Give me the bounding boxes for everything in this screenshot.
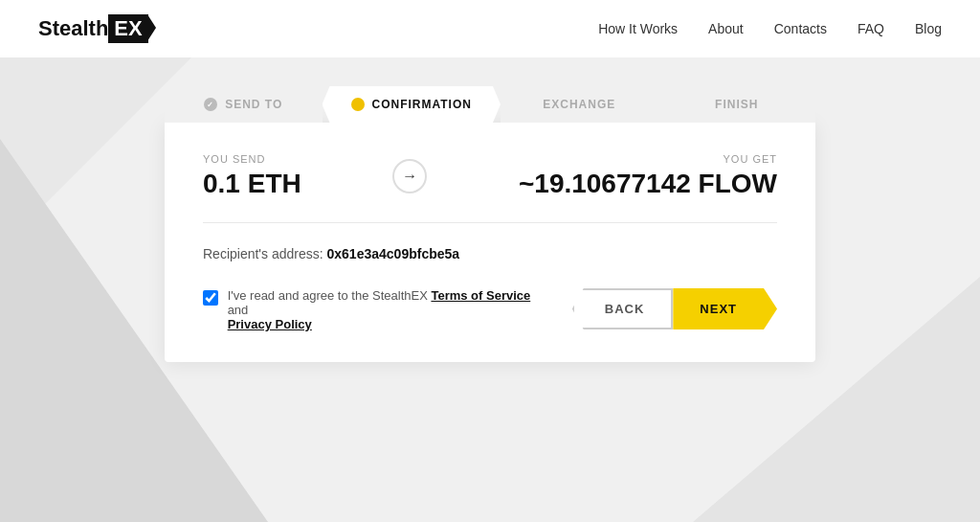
logo[interactable]: StealthEX — [38, 14, 148, 43]
you-send-label: YOU SEND — [203, 153, 265, 165]
step-finish: FINISH — [657, 86, 815, 123]
nav-blog[interactable]: Blog — [915, 21, 942, 36]
terms-of-service-link[interactable]: Terms of Service — [431, 288, 530, 303]
step-exchange: EXCHANGE — [501, 86, 658, 123]
confirmation-card: YOU SEND 0.1 ETH → YOU GET ~19.10677142 … — [165, 123, 815, 362]
you-get-amount: ~19.10677142 FLOW — [519, 169, 777, 199]
agreement-middle: and — [228, 303, 249, 317]
recipient-address: 0x61e3a4c09bfcbe5a — [327, 246, 460, 261]
check-icon: ✓ — [204, 98, 217, 111]
nav-contacts[interactable]: Contacts — [774, 21, 827, 36]
navigation: How It Works About Contacts FAQ Blog — [598, 21, 942, 36]
main-content: ✓ SEND TO CONFIRMATION EXCHANGE FINISH Y… — [0, 57, 980, 362]
nav-how-it-works[interactable]: How It Works — [598, 21, 678, 36]
terms-checkbox[interactable] — [203, 290, 218, 306]
agreement-before: I've read and agree to the StealthEX — [228, 288, 432, 303]
step-send-to-label: SEND TO — [225, 98, 282, 111]
step-confirmation-label: CONFIRMATION — [372, 98, 472, 111]
agreement-section: I've read and agree to the StealthEX Ter… — [203, 288, 547, 331]
exchange-row: YOU SEND 0.1 ETH → YOU GET ~19.10677142 … — [203, 153, 777, 223]
logo-text: Stealth — [38, 16, 108, 41]
stepper: ✓ SEND TO CONFIRMATION EXCHANGE FINISH — [165, 86, 815, 123]
recipient-row: Recipient's address: 0x61e3a4c09bfcbe5a — [203, 246, 777, 261]
agreement-text: I've read and agree to the StealthEX Ter… — [228, 288, 547, 331]
you-get-label: YOU GET — [723, 153, 777, 165]
next-button[interactable]: NEXT — [673, 288, 777, 329]
arrow-icon: → — [392, 159, 427, 193]
send-section: YOU SEND 0.1 ETH — [203, 153, 301, 199]
you-send-amount: 0.1 ETH — [203, 169, 301, 199]
header: StealthEX How It Works About Contacts FA… — [0, 0, 980, 57]
button-group: BACK NEXT — [572, 288, 777, 329]
step-confirmation: CONFIRMATION — [323, 86, 501, 123]
nav-about[interactable]: About — [708, 21, 744, 36]
step-send-to: ✓ SEND TO — [165, 86, 323, 123]
agreement-row: I've read and agree to the StealthEX Ter… — [203, 288, 777, 331]
step-exchange-label: EXCHANGE — [543, 98, 615, 111]
recipient-label: Recipient's address: — [203, 246, 323, 261]
back-button[interactable]: BACK — [572, 288, 674, 329]
step-finish-label: FINISH — [715, 98, 758, 111]
logo-ex: EX — [108, 14, 147, 43]
nav-faq[interactable]: FAQ — [858, 21, 884, 36]
privacy-policy-link[interactable]: Privacy Policy — [228, 317, 547, 331]
receive-section: YOU GET ~19.10677142 FLOW — [519, 153, 777, 199]
active-dot — [351, 98, 365, 111]
